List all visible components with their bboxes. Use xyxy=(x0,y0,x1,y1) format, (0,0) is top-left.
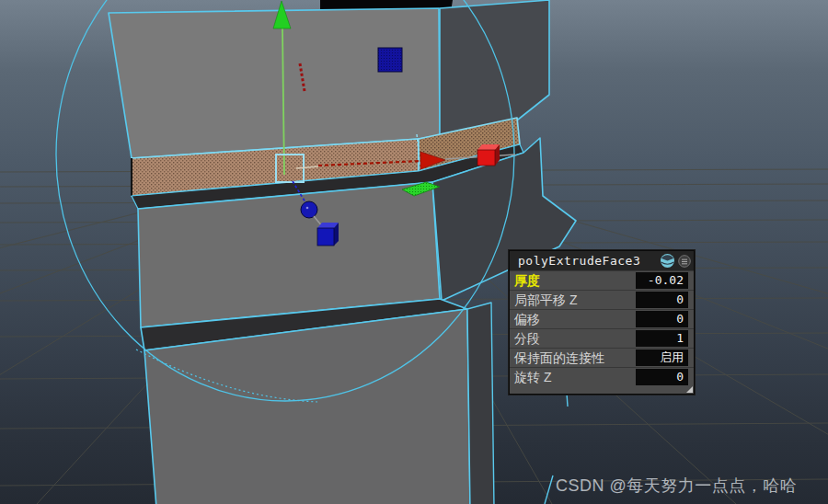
poly-model[interactable] xyxy=(109,0,576,504)
scene-canvas[interactable] xyxy=(0,0,828,504)
extrude-distance-handle[interactable] xyxy=(477,144,500,166)
hidden-edge-tick xyxy=(567,394,568,407)
maya-viewport[interactable]: polyExtrudeFace3 厚度 -0.02 局部平移 Z xyxy=(0,0,828,504)
attr-value-field[interactable]: 0 xyxy=(636,311,688,327)
sphere-highlight xyxy=(306,207,309,210)
attr-value-field[interactable]: 启用 xyxy=(636,349,688,366)
attr-row-offset[interactable]: 偏移 0 xyxy=(510,309,694,328)
blue-face-handle[interactable] xyxy=(378,48,402,72)
watermark-text: CSDN @每天努力一点点，哈哈 xyxy=(556,475,797,497)
sphere-icon[interactable] xyxy=(660,253,675,269)
panel-footer xyxy=(510,386,694,394)
pedestal-side-face[interactable] xyxy=(467,303,494,504)
attr-value-field[interactable]: -0.02 xyxy=(636,272,688,289)
top-block-front-face[interactable] xyxy=(109,8,440,158)
attr-label[interactable]: 分段 xyxy=(514,330,540,348)
attr-row-keep-faces-together[interactable]: 保持面的连接性 启用 xyxy=(510,348,694,367)
attr-value-field[interactable]: 1 xyxy=(636,330,688,347)
attr-row-local-translate-z[interactable]: 局部平移 Z 0 xyxy=(510,290,694,309)
top-block-side-face[interactable] xyxy=(440,0,549,136)
attr-label[interactable]: 保持面的连接性 xyxy=(514,349,604,367)
attr-label[interactable]: 局部平移 Z xyxy=(514,292,577,309)
attr-row-divisions[interactable]: 分段 1 xyxy=(510,328,694,348)
panel-title: polyExtrudeFace3 xyxy=(510,254,640,268)
toggle-handle-sphere[interactable] xyxy=(301,201,317,218)
attr-value-field[interactable]: 0 xyxy=(636,292,688,308)
attr-label[interactable]: 偏移 xyxy=(514,311,540,328)
menu-icon[interactable] xyxy=(678,255,691,268)
attr-value-field[interactable]: 0 xyxy=(636,369,688,385)
blue-cube-handle[interactable] xyxy=(317,223,339,246)
attr-row-thickness[interactable]: 厚度 -0.02 xyxy=(510,270,694,290)
resize-grip-icon[interactable] xyxy=(686,386,693,393)
attr-label[interactable]: 厚度 xyxy=(514,272,540,290)
poly-extrude-panel[interactable]: polyExtrudeFace3 厚度 -0.02 局部平移 Z xyxy=(509,250,695,395)
hidden-edge-lower xyxy=(545,475,553,504)
attr-row-rotate-z[interactable]: 旋转 Z 0 xyxy=(510,367,694,386)
panel-header[interactable]: polyExtrudeFace3 xyxy=(510,251,694,270)
attr-label[interactable]: 旋转 Z xyxy=(514,369,551,386)
